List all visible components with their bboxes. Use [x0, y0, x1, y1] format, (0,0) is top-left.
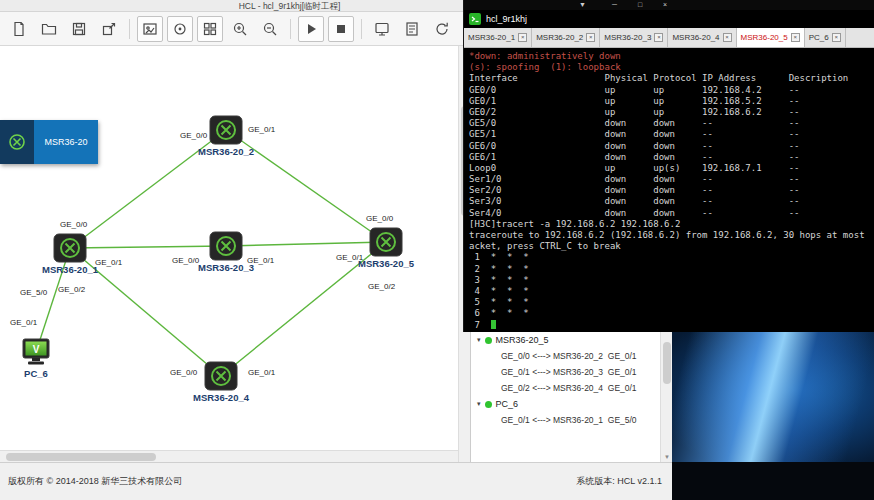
toolbar-separator — [290, 19, 291, 39]
summary-link-row: GE_0/1 <---> MSR36-20_3 GE_0/1 — [471, 364, 660, 380]
grid-layout-button[interactable] — [197, 16, 223, 42]
refresh-button[interactable] — [429, 16, 455, 42]
summary-device-row-MSR36-20_5[interactable]: ▾MSR36-20_5 — [471, 332, 660, 348]
device-node-PC_6[interactable]: VPC_6 — [21, 337, 51, 379]
device-label: PC_6 — [24, 368, 48, 379]
device-status-dot — [485, 337, 492, 344]
terminal-title: hcl_9r1khj — [486, 14, 527, 24]
tab-close-icon[interactable]: × — [791, 33, 800, 42]
terminal-tab-MSR36-20_2[interactable]: MSR36-20_2× — [532, 28, 600, 47]
port-label: GE_0/0 — [180, 131, 207, 140]
console-icon — [374, 21, 390, 37]
device-label: MSR36-20_4 — [193, 392, 249, 403]
dropdown-icon[interactable]: ▼ — [579, 0, 586, 10]
refresh-icon — [434, 21, 450, 37]
terminal-tabs: MSR36-20_1×MSR36-20_2×MSR36-20_3×MSR36-2… — [464, 28, 874, 48]
device-node-MSR36-20_5[interactable]: MSR36-20_5 — [358, 227, 414, 269]
terminal-line: *down: administratively down — [469, 51, 874, 62]
tab-close-icon[interactable]: × — [832, 33, 841, 42]
tab-close-icon[interactable]: × — [586, 33, 595, 42]
terminal-line: Ser3/0 down down -- -- — [469, 196, 874, 207]
open-project-icon — [41, 21, 57, 37]
port-label: GE_0/0 — [366, 214, 393, 223]
stop-all-button[interactable] — [328, 16, 354, 42]
save-project-button[interactable] — [66, 16, 92, 42]
device-node-MSR36-20_4[interactable]: MSR36-20_4 — [193, 361, 249, 403]
tab-label: PC_6 — [809, 33, 829, 42]
toolbar-separator — [129, 19, 130, 39]
terminal-tab-PC_6[interactable]: PC_6× — [805, 28, 846, 47]
port-label: GE_0/1 — [247, 256, 274, 265]
export-project-button[interactable] — [96, 16, 122, 42]
terminal-line: GE0/0 up up 192.168.4.2 -- — [469, 85, 874, 96]
summary-device-row-PC_6[interactable]: ▾PC_6 — [471, 396, 660, 412]
version-text: 系统版本: HCL v2.1.1 — [576, 475, 662, 488]
terminal-tab-MSR36-20_5[interactable]: MSR36-20_5× — [737, 28, 805, 47]
summary-link-row: GE_0/2 <---> MSR36-20_4 GE_0/1 — [471, 380, 660, 396]
tab-label: MSR36-20_2 — [536, 33, 583, 42]
terminal-icon — [469, 13, 481, 25]
summary-tree: ▾MSR36-20_5GE_0/0 <---> MSR36-20_2 GE_0/… — [471, 332, 660, 428]
router-icon — [209, 231, 243, 261]
device-label: MSR36-20_1 — [42, 264, 98, 275]
note-button[interactable] — [399, 16, 425, 42]
terminal-line: GE6/1 down down -- -- — [469, 152, 874, 163]
toolbar-separator — [361, 19, 362, 39]
terminal-titlebar[interactable]: hcl_9r1khj — [464, 10, 874, 28]
main-statusbar: 版权所有 © 2014-2018 新华三技术有限公司 系统版本: HCL v2.… — [0, 462, 672, 500]
terminal-line: GE0/1 up up 192.168.5.2 -- — [469, 96, 874, 107]
new-project-button[interactable] — [6, 16, 32, 42]
canvas-horizontal-scrollbar[interactable] — [0, 450, 458, 462]
collapse-icon[interactable]: ▾ — [477, 396, 481, 412]
new-project-icon — [11, 21, 27, 37]
device-node-MSR36-20_1[interactable]: MSR36-20_1 — [42, 233, 98, 275]
tab-close-icon[interactable]: × — [518, 33, 527, 42]
tab-close-icon[interactable]: × — [654, 33, 663, 42]
start-all-icon — [303, 21, 319, 37]
terminal-topstrip: ▼ ─ □ × — [464, 0, 874, 10]
terminal-cursor — [491, 320, 496, 329]
terminal-line: acket, press CTRL_C to break — [469, 241, 874, 252]
topology-canvas[interactable]: MSR36-20_2MSR36-20_1MSR36-20_3MSR36-20_5… — [0, 46, 458, 450]
terminal-tab-MSR36-20_3[interactable]: MSR36-20_3× — [600, 28, 668, 47]
terminal-line: 4 * * * — [469, 286, 874, 297]
capture-image-button[interactable] — [137, 16, 163, 42]
terminal-tab-MSR36-20_1[interactable]: MSR36-20_1× — [464, 28, 532, 47]
terminal-output[interactable]: *down: administratively down(s): spoofin… — [464, 48, 874, 332]
port-label: GE_0/2 — [368, 282, 395, 291]
port-label: GE_0/0 — [172, 256, 199, 265]
summary-link-row: GE_0/0 <---> MSR36-20_2 GE_0/1 — [471, 348, 660, 364]
terminal-line: GE5/1 down down -- -- — [469, 129, 874, 140]
scrollbar-thumb[interactable] — [663, 342, 671, 384]
collapse-icon[interactable]: ▾ — [477, 332, 481, 348]
zoom-in-button[interactable] — [227, 16, 253, 42]
port-label: GE_0/1 — [336, 253, 363, 262]
console-button[interactable] — [369, 16, 395, 42]
scroll-down-icon[interactable]: ▼ — [661, 452, 673, 462]
close-icon[interactable]: × — [663, 0, 667, 10]
terminal-line: Ser4/0 down down -- -- — [469, 208, 874, 219]
open-project-button[interactable] — [36, 16, 62, 42]
terminal-line: 6 * * * — [469, 308, 874, 319]
tab-label: MSR36-20_5 — [741, 33, 788, 42]
port-label: GE_0/0 — [170, 368, 197, 377]
port-label: GE_0/1 — [248, 368, 275, 377]
scrollbar-thumb[interactable] — [6, 453, 156, 461]
port-label: GE_0/2 — [58, 285, 85, 294]
zoom-out-button[interactable] — [257, 16, 283, 42]
device-palette-flyout[interactable]: MSR36-20 — [0, 120, 98, 164]
device-manager-button[interactable] — [167, 16, 193, 42]
device-node-MSR36-20_3[interactable]: MSR36-20_3 — [198, 231, 254, 273]
terminal-line: GE6/0 down down -- -- — [469, 141, 874, 152]
summary-device-name: MSR36-20_5 — [496, 332, 549, 348]
tab-label: MSR36-20_4 — [672, 33, 719, 42]
maximize-icon[interactable]: □ — [638, 0, 642, 10]
port-label: GE_5/0 — [20, 288, 47, 297]
tab-close-icon[interactable]: × — [723, 33, 732, 42]
minimize-icon[interactable]: ─ — [612, 0, 617, 10]
terminal-tab-MSR36-20_4[interactable]: MSR36-20_4× — [668, 28, 736, 47]
start-all-button[interactable] — [298, 16, 324, 42]
terminal-line: Ser1/0 down down -- -- — [469, 174, 874, 185]
device-status-dot — [485, 401, 492, 408]
terminal-window: ▼ ─ □ × hcl_9r1khj MSR36-20_1×MSR36-20_2… — [463, 0, 874, 332]
